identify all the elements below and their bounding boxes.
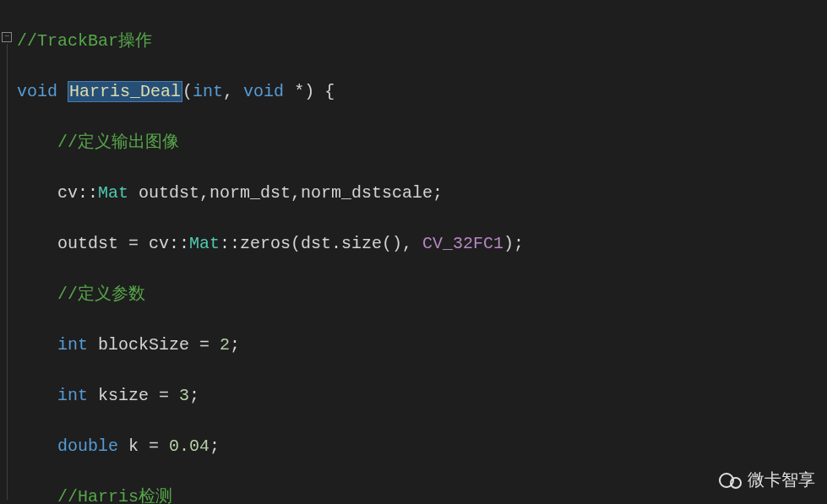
number-literal: 3 <box>179 386 189 405</box>
watermark-text: 微卡智享 <box>748 467 815 492</box>
number-literal: 2 <box>220 335 230 355</box>
keyword-int: int <box>193 82 223 101</box>
code-line: int blockSize = 2; <box>17 333 574 358</box>
code-line: //TrackBar操作 <box>17 29 574 54</box>
code-line: double k = 0.04; <box>17 434 574 459</box>
function-name-highlighted[interactable]: Harris_Deal <box>68 81 182 102</box>
type-mat: Mat <box>189 234 220 253</box>
comment-text: //定义输出图像 <box>57 133 179 152</box>
code-editor[interactable]: //TrackBar操作 void Harris_Deal(int, void … <box>17 3 574 504</box>
comment-text: //Harris检测 <box>57 487 172 504</box>
fold-guide-line <box>7 44 8 500</box>
comment-text: //定义参数 <box>57 285 145 304</box>
code-line: //Harris检测 <box>17 485 574 504</box>
constant: CV_32FC1 <box>422 234 503 253</box>
type-mat: Mat <box>98 183 128 203</box>
watermark: 微卡智享 <box>719 467 815 492</box>
code-line: //定义参数 <box>17 282 574 307</box>
keyword-double: double <box>57 436 118 456</box>
code-line: cv::Mat outdst,norm_dst,norm_dstscale; <box>17 181 574 206</box>
code-line: void Harris_Deal(int, void *) { <box>17 79 574 105</box>
code-line: int ksize = 3; <box>17 383 574 409</box>
code-line: //定义输出图像 <box>17 130 574 155</box>
code-line: outdst = cv::Mat::zeros(dst.size(), CV_3… <box>17 231 574 257</box>
wechat-icon <box>719 470 741 489</box>
keyword-void: void <box>17 82 57 101</box>
keyword-void: void <box>243 82 284 101</box>
comment-text: //TrackBar操作 <box>17 31 152 51</box>
keyword-int: int <box>57 335 88 355</box>
fold-collapse-icon[interactable]: − <box>2 32 12 42</box>
keyword-int: int <box>57 386 88 405</box>
editor-gutter: − <box>0 0 17 504</box>
number-literal: 0.04 <box>169 436 209 456</box>
